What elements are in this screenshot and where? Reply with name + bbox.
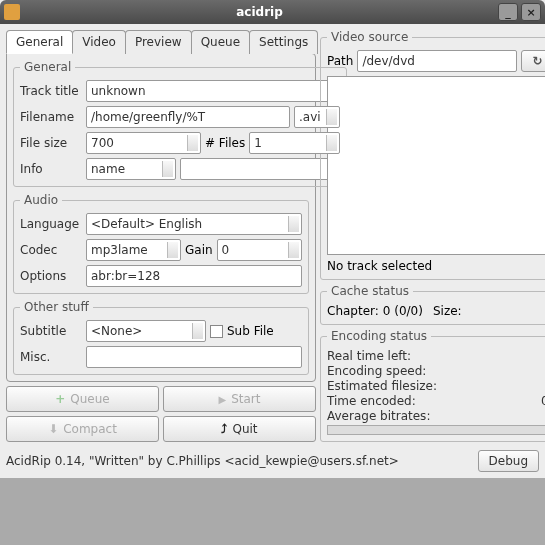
codec-label: Codec [20, 243, 82, 257]
quit-icon [221, 422, 227, 436]
time-label: Time encoded: [327, 394, 416, 408]
info-label: Info [20, 162, 82, 176]
language-combo[interactable]: <Default> English [86, 213, 302, 235]
debug-button[interactable]: Debug [478, 450, 539, 472]
tab-preview[interactable]: Preview [125, 30, 192, 54]
encoding-progress [327, 425, 545, 435]
filename-input[interactable] [86, 106, 290, 128]
close-button[interactable]: × [521, 3, 541, 21]
group-other-legend: Other stuff [20, 300, 93, 314]
load-button[interactable]: Load [521, 50, 545, 72]
tab-queue[interactable]: Queue [191, 30, 250, 54]
tab-general[interactable]: General [6, 30, 73, 54]
misc-label: Misc. [20, 350, 82, 364]
group-video-source: Video source Path Load No track selected [320, 30, 545, 280]
misc-input[interactable] [86, 346, 302, 368]
tab-panel-general: General Track title Filename .avi File s… [6, 53, 316, 382]
speed-label: Encoding speed: [327, 364, 426, 378]
group-audio: Audio Language <Default> English Codec m… [13, 193, 309, 294]
group-encoding-legend: Encoding status [327, 329, 431, 343]
path-label: Path [327, 54, 353, 68]
quit-button[interactable]: Quit [163, 416, 316, 442]
minimize-button[interactable]: _ [498, 3, 518, 21]
group-encoding-status: Encoding status Real time left:0min Enco… [320, 329, 545, 442]
file-size-label: File size [20, 136, 82, 150]
start-button[interactable]: Start [163, 386, 316, 412]
group-general: General Track title Filename .avi File s… [13, 60, 347, 187]
app-icon [4, 4, 20, 20]
download-icon [48, 422, 58, 436]
file-size-spinner[interactable]: 700 [86, 132, 201, 154]
path-input[interactable] [357, 50, 517, 72]
queue-button[interactable]: Queue [6, 386, 159, 412]
titlebar: acidrip _ × [0, 0, 545, 24]
subfile-label: Sub File [227, 324, 274, 338]
tab-video[interactable]: Video [72, 30, 126, 54]
info-input[interactable] [180, 158, 340, 180]
chapter-label: Chapter: [327, 304, 379, 318]
efs-label: Estimated filesize: [327, 379, 437, 393]
chapter-value: 0 (0/0) [383, 304, 423, 318]
group-video-source-legend: Video source [327, 30, 412, 44]
time-value: 0:00:00 [541, 394, 545, 408]
play-icon [218, 392, 226, 406]
subtitle-combo[interactable]: <None> [86, 320, 206, 342]
group-general-legend: General [20, 60, 75, 74]
num-files-spinner[interactable]: 1 [249, 132, 340, 154]
gain-label: Gain [185, 243, 213, 257]
status-text: AcidRip 0.14, "Written" by C.Phillips <a… [6, 454, 399, 468]
codec-combo[interactable]: mp3lame [86, 239, 181, 261]
avg-label: Average bitrates: [327, 409, 430, 423]
group-cache-legend: Cache status [327, 284, 413, 298]
track-list[interactable] [327, 76, 545, 255]
plus-icon [55, 392, 65, 406]
num-files-label: # Files [205, 136, 245, 150]
cache-size-label: Size: [433, 304, 462, 318]
group-cache-status: Cache status Chapter: 0 (0/0) Size: 0mb [320, 284, 545, 325]
tab-settings[interactable]: Settings [249, 30, 318, 54]
audio-options-label: Options [20, 269, 82, 283]
subfile-checkbox[interactable] [210, 325, 223, 338]
subtitle-label: Subtitle [20, 324, 82, 338]
filename-label: Filename [20, 110, 82, 124]
ext-spinner[interactable]: .avi [294, 106, 340, 128]
audio-options-input[interactable] [86, 265, 302, 287]
info-combo[interactable]: name [86, 158, 176, 180]
rtl-label: Real time left: [327, 349, 411, 363]
no-track-label: No track selected [327, 259, 545, 273]
track-title-label: Track title [20, 84, 82, 98]
tabs: General Video Preview Queue Settings [6, 30, 316, 54]
compact-button[interactable]: Compact [6, 416, 159, 442]
gain-spinner[interactable]: 0 [217, 239, 302, 261]
group-other: Other stuff Subtitle <None> Sub File Mis… [13, 300, 309, 375]
reload-icon [532, 54, 542, 68]
track-title-input[interactable] [86, 80, 340, 102]
language-label: Language [20, 217, 82, 231]
window-title: acidrip [24, 5, 495, 19]
group-audio-legend: Audio [20, 193, 62, 207]
